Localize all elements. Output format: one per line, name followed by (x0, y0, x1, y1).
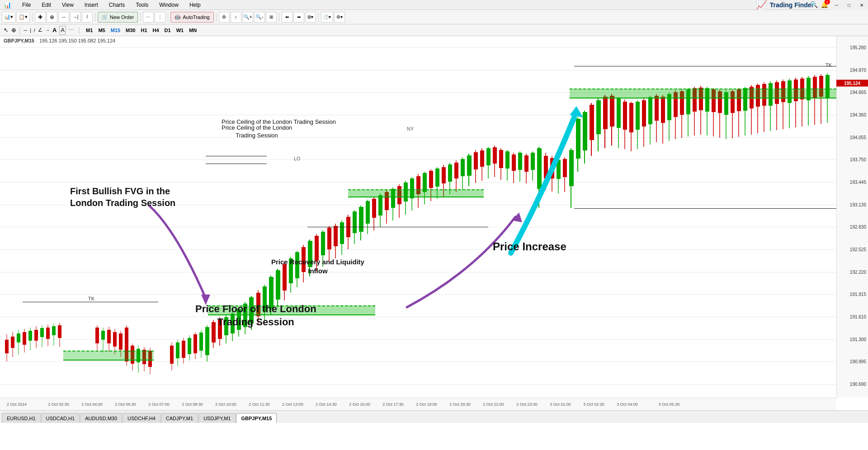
svg-rect-15 (46, 328, 50, 339)
zoom-in2-btn[interactable]: 🔍+ (242, 12, 253, 23)
crosshair-draw-btn[interactable]: ⊕ (11, 26, 16, 35)
svg-rect-3 (11, 337, 14, 348)
menu-view[interactable]: View (60, 1, 75, 9)
zoom-in-btn[interactable]: ↔ (58, 12, 69, 23)
ray-btn[interactable]: → (45, 26, 50, 35)
chart-symbol-info: GBPJPY,M15 195.126 195.150 195.082 195.1… (4, 38, 115, 43)
svg-rect-143 (493, 147, 497, 164)
window-controls: ─ □ ✕ (830, 0, 868, 10)
back-btn[interactable]: ⬅ (282, 12, 292, 23)
clock-btn[interactable]: 🕐▾ (321, 12, 333, 23)
line-study-btn[interactable]: / (82, 12, 93, 23)
tf-h1[interactable]: H1 (139, 28, 148, 33)
fwd-btn[interactable]: ➡ (293, 12, 304, 23)
recovery-annotation: Price Recovery and LiquidityInflow (271, 258, 364, 275)
menu-insert[interactable]: Insert (83, 1, 100, 9)
menu-window[interactable]: Window (157, 1, 180, 9)
svg-rect-195 (661, 97, 665, 123)
vline-btn[interactable]: | (30, 26, 31, 35)
svg-rect-123 (429, 171, 433, 188)
close-button[interactable]: ✕ (855, 0, 868, 10)
new-order-button[interactable]: 🛒New Order (98, 12, 138, 23)
svg-rect-129 (448, 164, 452, 182)
market-watch-btn[interactable]: ⊞▾ (305, 12, 316, 23)
crosshair-btn[interactable]: ⊕ (47, 12, 57, 23)
app-icon: 📊 (4, 1, 11, 9)
svg-rect-145 (499, 150, 503, 168)
tf-mn[interactable]: MN (188, 28, 198, 33)
tab-audusd[interactable]: AUDUSD,M30 (80, 413, 122, 423)
history-btn[interactable]: ⋯ (143, 12, 154, 23)
svg-rect-175 (596, 100, 601, 134)
fvg-zone-middle (348, 189, 484, 197)
tools-more-btn[interactable]: ⋯ (69, 26, 74, 35)
angle-line-btn[interactable]: ∠ (38, 26, 42, 35)
period-sep-btn[interactable]: ↕ (231, 12, 241, 23)
tk-line-top (574, 66, 836, 66)
fvg-annotation: First Bullish FVG in theLondon Trading S… (70, 185, 175, 209)
bottom-tabs-bar: EURUSD,H1 USDCAD,H1 AUDUSD,M30 USDCHF,H4… (0, 410, 868, 423)
notification-icon[interactable]: 🔔1 (821, 1, 828, 8)
tf-m1[interactable]: M1 (85, 28, 94, 33)
menu-charts[interactable]: Charts (107, 1, 127, 9)
minimize-button[interactable]: ─ (830, 0, 843, 10)
fix-scale-btn[interactable]: ⊞ (266, 12, 277, 23)
svg-rect-27 (113, 332, 117, 347)
tf-m15[interactable]: M15 (109, 28, 122, 33)
autotrading-button[interactable]: 🤖AutoTrading (170, 12, 214, 23)
text-btn[interactable]: A (52, 26, 57, 35)
menu-help[interactable]: Help (188, 1, 203, 9)
svg-rect-87 (315, 236, 319, 261)
svg-rect-135 (467, 155, 472, 176)
indicator-btn[interactable]: ⚙ (219, 12, 230, 23)
zoom-out-btn[interactable]: 🔍- (254, 12, 265, 23)
svg-rect-189 (642, 100, 646, 127)
svg-rect-25 (107, 330, 111, 343)
cursor-draw-btn[interactable]: ↖ (4, 26, 9, 35)
svg-rect-169 (576, 119, 580, 159)
tab-usdjpy[interactable]: USDJPY,M1 (198, 413, 236, 423)
chart-area[interactable]: GBPJPY,M15 195.126 195.150 195.082 195.1… (0, 36, 868, 410)
tab-gbpjpy[interactable]: GBPJPY,M15 (236, 413, 277, 423)
fvg-zone-1 (63, 351, 154, 361)
svg-rect-107 (378, 195, 382, 216)
svg-rect-185 (629, 103, 633, 132)
svg-rect-23 (101, 331, 105, 340)
svg-rect-153 (524, 155, 528, 172)
options-btn[interactable]: ⚙▾ (334, 12, 345, 23)
hline-btn[interactable]: ─ (24, 26, 27, 35)
cursor-btn[interactable]: ✚ (35, 12, 46, 23)
template-btn[interactable]: 📋▾ (16, 12, 30, 23)
search-icon[interactable]: 🔍 (810, 1, 818, 8)
svg-rect-49 (193, 334, 197, 353)
trendline-btn[interactable]: / (34, 26, 35, 35)
tf-d1[interactable]: D1 (163, 28, 172, 33)
svg-rect-89 (321, 232, 325, 255)
text-label-btn[interactable]: A (59, 26, 66, 35)
menu-edit[interactable]: Edit (40, 1, 53, 9)
tf-m30[interactable]: M30 (124, 28, 137, 33)
svg-rect-13 (40, 328, 44, 337)
svg-rect-91 (327, 228, 331, 249)
new-chart-btn[interactable]: 📊▾ (2, 12, 15, 23)
floor-line-lower (307, 227, 488, 227)
svg-rect-147 (505, 151, 509, 169)
tab-usdcad[interactable]: USDCAD,H1 (41, 413, 80, 423)
svg-rect-131 (454, 163, 458, 178)
tf-m5[interactable]: M5 (97, 28, 106, 33)
scroll-right-btn[interactable]: →| (70, 12, 81, 23)
depth-btn[interactable]: ⋮ (155, 12, 165, 23)
tf-h4[interactable]: H4 (151, 28, 160, 33)
svg-rect-51 (199, 333, 203, 351)
svg-rect-171 (583, 112, 587, 150)
tab-eurusd[interactable]: EURUSD,H1 (2, 413, 41, 423)
svg-rect-173 (590, 105, 594, 140)
menu-tools[interactable]: Tools (134, 1, 150, 9)
maximize-button[interactable]: □ (843, 0, 855, 10)
svg-rect-103 (366, 201, 370, 224)
tab-cadjpy[interactable]: CADJPY,M1 (161, 413, 198, 423)
menu-file[interactable]: File (20, 1, 33, 9)
tf-w1[interactable]: W1 (175, 28, 185, 33)
tab-usdchf[interactable]: USDCHF,H4 (123, 413, 160, 423)
current-price-box: 195.124 (836, 80, 868, 86)
